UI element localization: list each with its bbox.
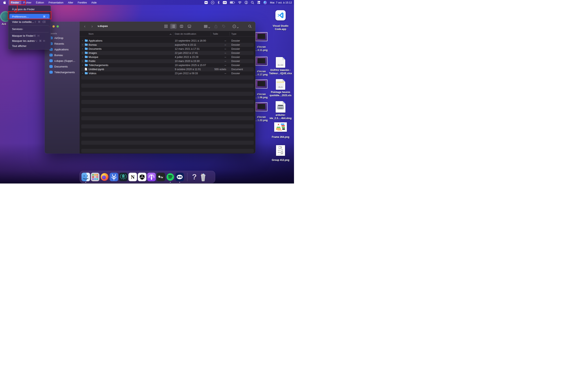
- share-icon[interactable]: [213, 24, 219, 29]
- gallery-view-icon[interactable]: [186, 24, 192, 29]
- back-icon[interactable]: ‹: [82, 24, 87, 29]
- sidebar-item[interactable]: AirDrop: [46, 35, 78, 41]
- search-icon[interactable]: [247, 24, 253, 29]
- sidebar-item[interactable]: Documents: [46, 64, 78, 69]
- file-row[interactable]: › Vidéos 23 juin 2022 à 09:33 -- Dossier: [81, 71, 254, 75]
- zoom-button[interactable]: [57, 25, 59, 27]
- dock-missing-app-icon[interactable]: ?: [190, 173, 199, 182]
- file-row[interactable]: › Public 10 mars 2020 à 15:30 -- Dossier: [81, 59, 254, 63]
- disclosure-chevron-icon[interactable]: ›: [82, 59, 83, 62]
- apple-menu-icon[interactable]: [0, 1, 9, 4]
- dock-teamviewer-icon[interactable]: [175, 173, 184, 182]
- desktop-icon[interactable]: 1111,142650 x Group 412.png: [267, 145, 294, 162]
- sidebar-item[interactable]: v.dupas (Suppri…: [46, 58, 78, 64]
- more-actions-chevron-icon[interactable]: [237, 25, 239, 29]
- teamviewer-icon[interactable]: [204, 1, 208, 4]
- sort-ascending-icon[interactable]: [170, 33, 172, 35]
- finder-menu-item[interactable]: [8, 25, 51, 26]
- disclosure-chevron-icon[interactable]: ›: [82, 43, 83, 46]
- disclosure-chevron-icon[interactable]: ›: [82, 55, 83, 58]
- sidebar-item[interactable]: Applications: [46, 47, 78, 52]
- file-row[interactable]: › Untitled.ipynb 9 octobre 2020 à 11:01 …: [81, 67, 254, 71]
- desktop-icon[interactable]: 1111,142650 x arduino-ide_2.3.…4bit.dmg: [267, 101, 294, 120]
- menubar-clock[interactable]: Mar. 7 oct. à 15:12: [270, 1, 292, 4]
- minimize-button[interactable]: [52, 25, 55, 27]
- dock-unity-icon[interactable]: [138, 173, 147, 182]
- more-actions-icon[interactable]: [231, 24, 237, 29]
- file-row[interactable]: › Applications 10 septembre 2021 à 16:00…: [81, 39, 254, 43]
- file-kind: Dossier: [231, 43, 240, 46]
- finder-menu-item[interactable]: Masquer le Finder⌘ H: [8, 33, 51, 38]
- finder-menu-item[interactable]: À propos du Finder: [8, 7, 51, 12]
- dock-launchpad-icon[interactable]: [91, 173, 100, 182]
- adobe-cc-icon[interactable]: ∞: [211, 1, 214, 4]
- column-view-icon[interactable]: [178, 24, 185, 29]
- column-header-size[interactable]: Taille: [213, 33, 218, 35]
- spotlight-search-icon[interactable]: [251, 1, 254, 4]
- menubar-item[interactable]: Fenêtre: [76, 0, 89, 5]
- siri-icon[interactable]: [263, 1, 267, 4]
- column-header-date[interactable]: Date de modification: [175, 33, 196, 35]
- finder-menu-item[interactable]: [8, 31, 51, 33]
- window-toolbar: ‹ › v.dupas: [80, 22, 255, 31]
- menubar-item[interactable]: Présentation: [46, 0, 66, 5]
- column-header-type[interactable]: Type: [231, 33, 236, 35]
- menubar-item[interactable]: Aide: [89, 0, 99, 5]
- finder-menu-item[interactable]: Services›: [8, 26, 51, 31]
- menubar-item[interactable]: Aller: [66, 0, 76, 5]
- dock-gitkraken-icon[interactable]: [119, 173, 128, 182]
- column-header-name[interactable]: Nom: [89, 33, 94, 35]
- group-by-chevron-icon[interactable]: [208, 25, 210, 29]
- column-divider[interactable]: [211, 32, 211, 36]
- finder-menu-item[interactable]: [8, 12, 51, 14]
- desktop-icon-label: DUPAS Valentin -Tableur…IQUE.xlsx: [267, 68, 294, 75]
- sidebar-item[interactable]: Récents: [46, 41, 78, 47]
- menubar-item[interactable]: Fichier: [21, 0, 34, 5]
- tag-icon[interactable]: [221, 24, 227, 29]
- desktop-icon[interactable]: 1111,142650 x XLSX DUPAS Valentin -Table…: [267, 57, 294, 75]
- list-view-icon[interactable]: [170, 24, 177, 29]
- input-source-fr[interactable]: FR: [223, 1, 227, 4]
- dock-notion-icon[interactable]: N: [128, 173, 137, 182]
- dock-trash-icon[interactable]: [199, 173, 208, 182]
- file-row[interactable]: › Documents 12 mars 2021 à 17:31 -- Doss…: [81, 47, 254, 51]
- dock-spotify-icon[interactable]: [166, 173, 175, 182]
- desktop-icon-thumbnail: 1111,142650 x XLS: [276, 79, 285, 90]
- desktop-icon[interactable]: 1111,142650 x Frame 264.png: [267, 122, 294, 139]
- dock-firefox-icon[interactable]: [100, 173, 109, 182]
- dock-coral-app-icon[interactable]: [109, 173, 118, 182]
- bluetooth-icon[interactable]: [217, 1, 220, 4]
- file-name: Public: [89, 60, 95, 63]
- group-by-icon[interactable]: [202, 24, 209, 29]
- finder-menu-item[interactable]: Masquer les autres⌥ ⌘ H: [8, 38, 51, 43]
- icon-view-icon[interactable]: [163, 24, 169, 29]
- finder-menu-item[interactable]: Vider la corbeille…⇧ ⌘ ⌫: [8, 19, 51, 25]
- file-row[interactable]: › Bureau aujourd'hui à 15:11 -- Dossier: [81, 43, 254, 47]
- desktop-icon-label: Pointage heuresquotidie…2025.xls: [267, 91, 294, 97]
- sidebar-item-label: Documents: [54, 65, 68, 68]
- file-row[interactable]: › Images 22 juin 2022 à 17:41 -- Dossier: [81, 51, 254, 55]
- disclosure-chevron-icon[interactable]: ›: [82, 47, 83, 50]
- file-row[interactable]: › Téléchargements 19 septembre 2025 à 15…: [81, 63, 254, 67]
- battery-charging-icon[interactable]: [230, 1, 235, 4]
- file-row[interactable]: › Musique 4 juillet 2022 à 15:29 -- Doss…: [81, 55, 254, 59]
- sidebar-item[interactable]: Téléchargements: [46, 69, 78, 75]
- forward-icon[interactable]: ›: [90, 24, 94, 29]
- finder-menu-item[interactable]: Préférences…⌘ ,: [8, 14, 51, 19]
- disclosure-chevron-icon[interactable]: ›: [82, 51, 83, 54]
- desktop-icon[interactable]: 1111,142650 x XLS Pointage heuresquotidi…: [267, 79, 294, 97]
- wifi-icon[interactable]: [238, 1, 242, 4]
- dock-apple-tv-icon[interactable]: tv: [156, 173, 165, 182]
- dock-podcasts-icon[interactable]: [147, 173, 156, 182]
- sidebar-item[interactable]: Bureau: [46, 52, 78, 58]
- user-account-icon[interactable]: [245, 1, 248, 4]
- dock-finder-icon[interactable]: [81, 173, 90, 182]
- disclosure-chevron-icon[interactable]: ›: [82, 72, 83, 75]
- menubar-item[interactable]: Finder: [9, 0, 21, 5]
- menubar-item[interactable]: Édition: [34, 0, 46, 5]
- disclosure-chevron-icon[interactable]: ›: [82, 39, 83, 42]
- disclosure-chevron-icon[interactable]: ›: [82, 63, 83, 67]
- desktop-icon[interactable]: 1111,142650 x Visual StudioCode.app: [267, 10, 294, 31]
- finder-menu-item[interactable]: Tout afficher: [8, 43, 51, 49]
- control-center-icon[interactable]: [257, 1, 260, 4]
